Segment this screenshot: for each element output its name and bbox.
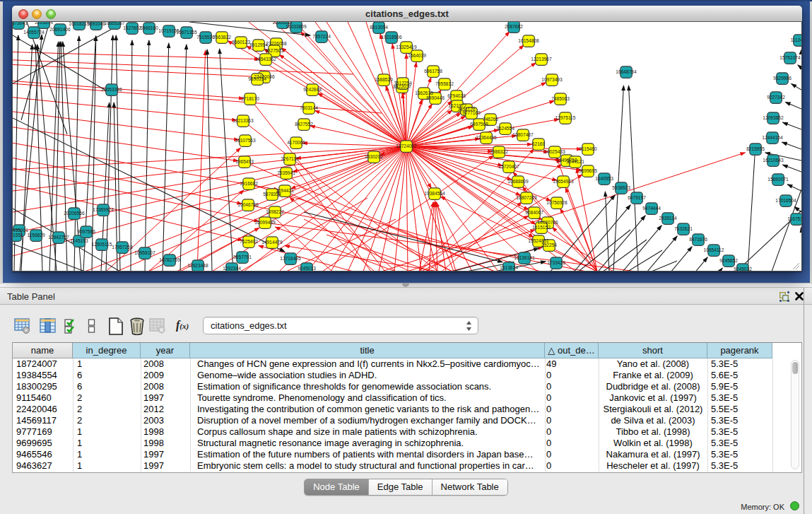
svg-text:8813054: 8813054 [370, 25, 388, 30]
svg-text:2225574: 2225574 [35, 22, 53, 25]
svg-text:7663822: 7663822 [213, 35, 231, 40]
svg-text:12213363: 12213363 [233, 118, 254, 123]
svg-text:21364436: 21364436 [476, 135, 497, 140]
svg-text:9891046: 9891046 [87, 22, 105, 26]
svg-text:12975115: 12975115 [555, 115, 576, 120]
svg-text:16210643: 16210643 [763, 158, 784, 163]
svg-text:4170065: 4170065 [287, 140, 305, 145]
svg-text:23226058: 23226058 [266, 41, 287, 46]
svg-text:1156829: 1156829 [27, 233, 45, 238]
svg-text:8471676: 8471676 [689, 237, 707, 242]
svg-text:16671355: 16671355 [176, 30, 197, 35]
svg-text:252254: 252254 [541, 243, 557, 247]
svg-text:3044121: 3044121 [566, 159, 584, 164]
svg-text:10120746: 10120746 [537, 220, 558, 225]
svg-text:15751074: 15751074 [779, 55, 801, 60]
svg-text:391551: 391551 [13, 233, 23, 238]
svg-text:1498222: 1498222 [266, 209, 284, 214]
svg-text:16107563: 16107563 [235, 138, 256, 143]
svg-text:1527602: 1527602 [123, 25, 141, 30]
svg-text:12923448: 12923448 [187, 263, 208, 268]
svg-text:8427552: 8427552 [295, 122, 313, 127]
svg-text:12505115: 12505115 [92, 242, 112, 247]
svg-text:7803144: 7803144 [300, 105, 318, 110]
svg-text:1640953: 1640953 [595, 176, 613, 181]
svg-text:1513614: 1513614 [500, 265, 518, 270]
svg-text:10046786: 10046786 [237, 202, 259, 207]
svg-text:2718170: 2718170 [241, 96, 259, 101]
svg-text:20053346: 20053346 [101, 87, 122, 92]
svg-text:2330202: 2330202 [365, 154, 383, 159]
svg-text:6966160: 6966160 [140, 25, 158, 30]
svg-text:2087682: 2087682 [505, 24, 523, 29]
svg-text:7955812: 7955812 [435, 81, 454, 86]
svg-text:3267110: 3267110 [281, 156, 299, 161]
svg-text:9245652: 9245652 [719, 258, 738, 263]
svg-text:7986322: 7986322 [490, 149, 508, 154]
svg-text:12213967: 12213967 [531, 57, 552, 62]
svg-text:9115460: 9115460 [579, 146, 597, 151]
svg-text:10025433: 10025433 [544, 149, 565, 154]
svg-text:9242848: 9242848 [303, 87, 322, 92]
svg-text:10958107: 10958107 [134, 250, 155, 255]
svg-text:10655287: 10655287 [104, 22, 125, 25]
svg-text:9657791: 9657791 [233, 255, 252, 259]
svg-text:1112403: 1112403 [791, 37, 801, 42]
svg-text:5938923: 5938923 [612, 185, 630, 190]
svg-text:8873041: 8873041 [13, 22, 28, 25]
svg-text:1167533: 1167533 [787, 216, 801, 221]
svg-text:15720407: 15720407 [498, 164, 519, 169]
svg-text:8990448: 8990448 [426, 95, 445, 100]
svg-text:9699695: 9699695 [579, 168, 597, 173]
svg-text:14914479: 14914479 [261, 240, 283, 245]
svg-text:6497568: 6497568 [470, 122, 488, 127]
svg-text:1292344: 1292344 [223, 266, 241, 271]
svg-text:16099489: 16099489 [254, 220, 276, 225]
svg-text:8912954: 8912954 [249, 42, 268, 47]
svg-text:7357224: 7357224 [312, 34, 331, 39]
svg-text:1733426: 1733426 [547, 260, 565, 265]
svg-text:15692071: 15692071 [767, 177, 789, 182]
svg-text:14055724: 14055724 [23, 30, 45, 35]
svg-text:16782759: 16782759 [159, 257, 180, 262]
svg-text:1435001: 1435001 [13, 228, 28, 233]
svg-text:1564039: 1564039 [408, 53, 426, 58]
svg-text:9474444: 9474444 [642, 206, 661, 211]
svg-text:9327503: 9327503 [265, 48, 283, 53]
svg-text:1094421: 1094421 [276, 188, 294, 193]
svg-text:1965493: 1965493 [235, 159, 254, 164]
svg-text:13716485: 13716485 [280, 256, 301, 261]
svg-text:7632621: 7632621 [674, 226, 693, 231]
svg-text:8660123: 8660123 [232, 40, 250, 45]
svg-text:746266: 746266 [483, 117, 498, 122]
svg-text:10756928: 10756928 [546, 200, 567, 205]
svg-text:19218506: 19218506 [381, 35, 402, 40]
svg-text:10973493: 10973493 [541, 77, 563, 82]
svg-text:16154808: 16154808 [518, 38, 539, 43]
svg-text:6479197: 6479197 [628, 195, 646, 200]
svg-text:1145193: 1145193 [70, 238, 88, 243]
svg-text:9245012: 9245012 [734, 267, 752, 271]
svg-text:1362615: 1362615 [415, 90, 433, 95]
svg-text:7535941: 7535941 [277, 170, 295, 175]
svg-text:20691406: 20691406 [49, 27, 71, 32]
svg-text:13325419: 13325419 [396, 45, 417, 49]
svg-text:9084067: 9084067 [525, 210, 543, 215]
svg-text:16648784: 16648784 [616, 69, 637, 74]
svg-text:62160: 62160 [532, 141, 546, 146]
svg-text:9329966: 9329966 [773, 76, 792, 81]
svg-text:17016504: 17016504 [775, 198, 796, 203]
svg-text:12942757: 12942757 [48, 235, 69, 240]
svg-text:7625402: 7625402 [240, 239, 258, 244]
svg-text:7512254: 7512254 [394, 81, 412, 86]
svg-text:6794028: 6794028 [447, 93, 466, 98]
svg-text:1588520: 1588520 [375, 77, 393, 82]
svg-text:8215955: 8215955 [746, 146, 765, 151]
svg-text:19384554: 19384554 [424, 191, 445, 196]
svg-text:2935114: 2935114 [659, 216, 677, 221]
svg-text:12444154: 12444154 [762, 135, 783, 140]
svg-text:12093852: 12093852 [763, 115, 784, 120]
svg-text:18807249: 18807249 [516, 195, 537, 200]
svg-text:6961758: 6961758 [424, 69, 442, 74]
svg-text:19654923: 19654923 [553, 179, 574, 184]
